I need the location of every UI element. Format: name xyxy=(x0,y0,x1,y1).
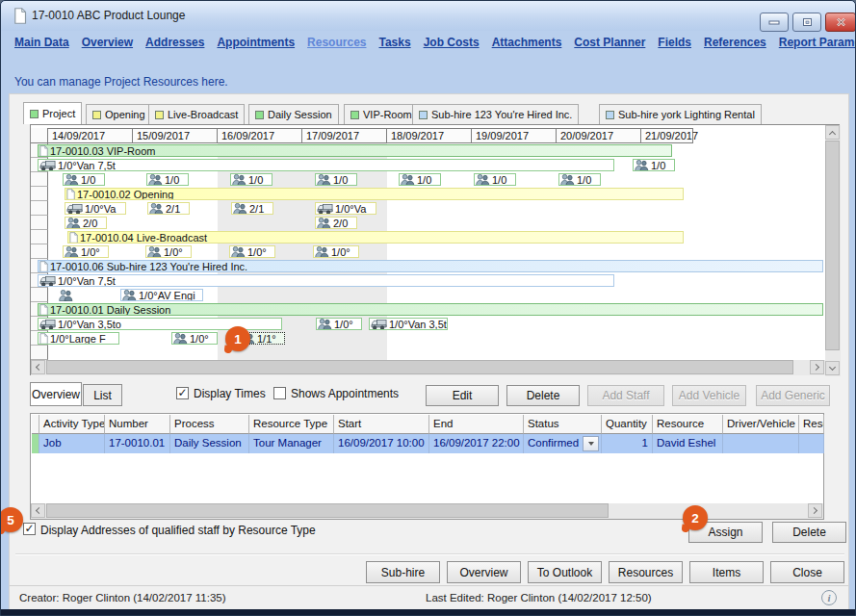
gantt-staff-item[interactable]: 1/0 xyxy=(315,173,357,186)
table-cell[interactable]: Confirmed xyxy=(524,434,602,453)
gantt-staff-item[interactable]: 1/0 xyxy=(230,173,272,186)
table-horizontal-scrollbar-left-arrow[interactable] xyxy=(31,503,45,518)
resources-footer-button[interactable]: Resources xyxy=(609,561,683,583)
gantt-vehicle-item[interactable]: 1/0°Va xyxy=(315,202,376,215)
gantt-vehicle-item[interactable]: 1/0°Van 7,5t xyxy=(38,159,614,171)
gantt-docbox-item[interactable]: 1/0°Large F xyxy=(38,332,119,345)
close-button[interactable] xyxy=(825,13,856,32)
nav-link-tasks[interactable]: Tasks xyxy=(378,36,410,49)
project-tab-opening[interactable]: Opening xyxy=(86,104,152,124)
gantt-staff-item[interactable]: 1/0 xyxy=(399,173,441,186)
close-footer-button[interactable]: Close xyxy=(770,561,844,583)
gantt-staff-item[interactable]: 1/0°AV Engi xyxy=(120,289,203,301)
delete-resource-button[interactable]: Delete xyxy=(772,522,846,543)
gantt-section-bar[interactable]: 17-0010.03 VIP-Room xyxy=(38,144,672,157)
nav-link-cost-planner[interactable]: Cost Planner xyxy=(574,36,645,49)
gantt-horizontal-scrollbar-left-arrow[interactable] xyxy=(31,360,45,374)
nav-link-references[interactable]: References xyxy=(704,36,766,49)
table-cell[interactable]: Job xyxy=(39,434,105,453)
table-cell[interactable]: Daily Session xyxy=(170,434,249,453)
items-footer-button[interactable]: Items xyxy=(689,561,764,583)
gantt-section-bar[interactable]: 17-0010.02 Opening xyxy=(65,188,684,200)
project-tab-daily-session[interactable]: Daily Session xyxy=(248,104,339,124)
nav-link-resources[interactable]: Resources xyxy=(307,36,366,49)
overview-footer-button[interactable]: Overview xyxy=(447,561,521,583)
sub-hire-footer-button[interactable]: Sub-hire xyxy=(366,561,440,583)
nav-link-report-parameter[interactable]: Report Parameter xyxy=(779,36,856,49)
gantt-horizontal-scrollbar[interactable] xyxy=(31,360,825,375)
nav-link-overview[interactable]: Overview xyxy=(82,36,133,49)
gantt-vehicle-item[interactable]: 1/0°Va xyxy=(65,202,126,215)
table-cell[interactable]: 16/09/2017 22:00 xyxy=(429,434,524,453)
gantt-vscroll-up-arrow[interactable] xyxy=(825,125,840,140)
nav-link-appointments[interactable]: Appointments xyxy=(217,36,295,49)
gantt-section-bar[interactable]: 17-0010.06 Sub-hire 123 You're Hired Inc… xyxy=(38,260,823,272)
project-tab-vip-room[interactable]: VIP-Room xyxy=(344,104,419,124)
column-header-start[interactable]: Start xyxy=(334,415,429,434)
status-dropdown-button[interactable] xyxy=(583,436,599,451)
restore-button[interactable] xyxy=(792,13,821,32)
gantt-staff-item[interactable]: 1/0 xyxy=(146,173,189,186)
gantt-staff-item[interactable]: 1/0 xyxy=(558,173,601,186)
gantt-staff-icon-item[interactable] xyxy=(58,289,79,301)
gantt-staff-item[interactable]: 1/0 xyxy=(63,173,105,186)
display-times-checkbox[interactable]: ✓ xyxy=(176,387,189,399)
table-cell[interactable]: Tour Manager xyxy=(249,434,334,453)
column-header-process[interactable]: Process xyxy=(170,415,249,434)
gantt-staff-item[interactable]: 1/0° xyxy=(145,245,192,258)
minimize-button[interactable] xyxy=(760,13,789,32)
view-tab-overview[interactable]: Overview xyxy=(30,382,82,406)
project-tab-project[interactable]: Project xyxy=(23,102,82,124)
qualified-staff-checkbox[interactable]: ✓ xyxy=(23,523,36,535)
gantt-staff-item[interactable]: 1/0° xyxy=(63,245,109,258)
table-horizontal-scrollbar-thumb[interactable] xyxy=(46,503,609,518)
column-header-driver-vehicle[interactable]: Driver/Vehicle xyxy=(723,415,799,434)
to-outlook-footer-button[interactable]: To Outlook xyxy=(528,561,602,583)
nav-link-job-costs[interactable]: Job Costs xyxy=(424,36,480,49)
gantt-staff-item[interactable]: 1/0° xyxy=(171,332,218,345)
view-tab-list[interactable]: List xyxy=(83,384,122,406)
nav-link-fields[interactable]: Fields xyxy=(658,36,691,49)
project-tab-live-broadcast[interactable]: Live-Broadcast xyxy=(148,104,245,124)
column-header-quantity[interactable]: Quantity xyxy=(602,415,653,434)
column-header-activity-type[interactable]: Activity Type xyxy=(39,415,105,434)
edit-button[interactable]: Edit xyxy=(426,385,499,406)
gantt-vscroll-down-arrow[interactable] xyxy=(825,361,840,375)
gantt-vscroll-thumb[interactable] xyxy=(825,141,840,350)
table-cell[interactable]: 17-0010.01 xyxy=(105,434,170,453)
column-header-resource-type[interactable]: Resource Type xyxy=(249,415,334,434)
table-cell[interactable]: David Eshel xyxy=(653,434,723,453)
column-header-resourc[interactable]: Resourc xyxy=(799,415,824,434)
table-horizontal-scrollbar-right-arrow[interactable] xyxy=(808,503,822,518)
column-header-status[interactable]: Status xyxy=(524,415,602,434)
gantt-staff-item[interactable]: 2/0 xyxy=(65,217,107,229)
shows-appointments-checkbox[interactable] xyxy=(273,387,286,399)
table-cell[interactable] xyxy=(799,434,824,453)
gantt-horizontal-scrollbar-thumb[interactable] xyxy=(46,360,793,374)
gantt-staff-item[interactable]: 1/0° xyxy=(229,245,275,258)
project-tab-sub-hire-york-lighting-rental[interactable]: Sub-hire york Lighting Rental xyxy=(599,104,762,124)
gantt-horizontal-scrollbar-right-arrow[interactable] xyxy=(810,360,824,374)
gantt-staff-item[interactable]: 1/0° xyxy=(316,318,362,330)
nav-link-attachments[interactable]: Attachments xyxy=(492,36,562,49)
project-tab-sub-hire-123-you-re-hired-inc-[interactable]: Sub-hire 123 You're Hired Inc. xyxy=(412,104,579,124)
delete-button[interactable]: Delete xyxy=(506,385,580,406)
gantt-vertical-scrollbar[interactable] xyxy=(825,125,841,376)
nav-link-addresses[interactable]: Addresses xyxy=(145,36,204,49)
column-header-number[interactable]: Number xyxy=(105,415,170,434)
column-header-resource[interactable]: Resource xyxy=(653,415,723,434)
gantt-vehicle-item[interactable]: 1/0°Van 3,5t xyxy=(369,318,448,330)
table-corner-header[interactable] xyxy=(32,415,39,434)
gantt-staff-item[interactable]: 2/1 xyxy=(231,202,273,215)
gantt-staff-item[interactable]: 1/0 xyxy=(633,159,675,171)
gantt-staff-item[interactable]: 1/0 xyxy=(474,173,516,186)
table-cell[interactable]: 1 xyxy=(602,434,653,453)
gantt-staff-item[interactable]: 2/1 xyxy=(147,202,190,215)
gantt-section-bar[interactable]: 17-0010.04 Live-Broadcast xyxy=(67,231,684,244)
nav-link-main-data[interactable]: Main Data xyxy=(14,36,69,49)
gantt-vehicle-item[interactable]: 1/0°Van 7,5t xyxy=(38,274,614,287)
column-header-end[interactable]: End xyxy=(429,415,524,434)
info-icon[interactable]: i xyxy=(821,590,837,605)
table-cell[interactable] xyxy=(723,434,799,453)
gantt-staff-item[interactable]: 2/0 xyxy=(315,217,357,229)
